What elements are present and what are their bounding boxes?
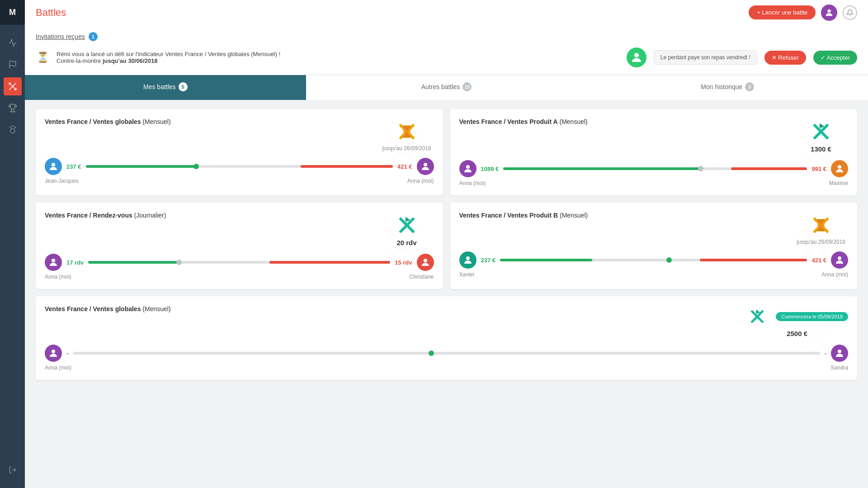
progress-bar-5	[73, 352, 820, 355]
tabs: Mes battles 5 Autres battles 10 Mon hist…	[25, 75, 868, 100]
battle-date-1: jusqu'au 26/09/2018	[382, 145, 431, 152]
accept-button[interactable]: ✓ Accepter	[813, 51, 857, 65]
battle-players-2: Anna (moi) Maxime	[459, 180, 849, 186]
invitation-row: ⏳ Rémi vous a lancé un défi sur l'indica…	[36, 47, 857, 67]
battle-players-4: Xavier Anna (moi)	[459, 271, 849, 278]
notifications-button[interactable]	[843, 5, 857, 20]
score-left-4: 237 €	[481, 257, 496, 264]
score-left-2: 1089 €	[481, 166, 499, 172]
invitations-title[interactable]: Invitations reçues	[36, 33, 85, 40]
svg-point-17	[424, 163, 427, 166]
battle-progress-4: 237 € 421 €	[459, 251, 849, 269]
svg-point-24	[466, 165, 470, 169]
logo[interactable]: M	[0, 0, 25, 25]
svg-rect-14	[403, 126, 411, 128]
sidebar-item-medal[interactable]	[4, 121, 22, 139]
main: Battles + Lancer une battle Invitations …	[25, 0, 868, 488]
invitation-wager: Le perdant paye son repas vendredi !	[654, 50, 757, 65]
progress-bar-3	[88, 261, 390, 264]
battle-progress-1: 237 € 421 €	[45, 158, 434, 175]
battle-title-3: Ventes France / Rendez-vous (Journalier)	[45, 212, 376, 219]
avatar-anna-5	[45, 345, 62, 362]
progress-bar-1	[86, 165, 393, 168]
svg-rect-50	[756, 314, 757, 320]
invitations-header: Invitations reçues 1	[36, 32, 857, 41]
battle-progress-2: 1089 € 991 €	[459, 160, 849, 177]
battle-score-2: 1300 €	[811, 145, 831, 153]
score-left-5: -	[66, 350, 68, 357]
progress-bar-2	[503, 167, 807, 170]
avatar-anna-4	[831, 251, 848, 269]
battle-card-1[interactable]: Ventes France / Ventes globales (Mensuel…	[36, 109, 443, 195]
svg-point-32	[52, 259, 55, 262]
sidebar-item-battle[interactable]	[4, 77, 22, 95]
battle-players-3: Anna (moi) Christiane	[45, 274, 434, 280]
avatar-anna-2	[459, 160, 476, 177]
invitations-section: Invitations reçues 1 ⏳ Rémi vous a lancé…	[25, 25, 868, 75]
avatar-anna-1	[417, 158, 434, 175]
svg-point-52	[838, 350, 841, 353]
progress-bar-4	[500, 259, 807, 261]
battle-score-5: 2500 €	[787, 330, 807, 337]
battle-card-4[interactable]: Ventes France / Ventes Produit B (Mensue…	[450, 203, 858, 289]
user-avatar[interactable]	[821, 5, 837, 21]
sidebar-item-trophy[interactable]	[4, 99, 22, 117]
battle-card-3[interactable]: Ventes France / Rendez-vous (Journalier)	[36, 203, 443, 289]
svg-point-6	[634, 53, 639, 57]
score-right-3: 15 rdv	[395, 259, 412, 266]
avatar-maxime-2	[831, 160, 848, 177]
tab-mes-battles[interactable]: Mes battles 5	[25, 75, 306, 100]
starting-badge-5: Commencera le 05/09/2018	[776, 312, 848, 321]
svg-rect-23	[819, 128, 821, 135]
score-left-3: 17 rdv	[66, 259, 84, 266]
score-right-5: -	[825, 350, 826, 357]
svg-rect-41	[817, 219, 825, 221]
invitation-sub: Contre-la-montre jusqu'au 30/06/2018	[57, 57, 157, 64]
battle-players-1: Jean-Jacques Anna (moi)	[45, 178, 434, 184]
sidebar-nav	[4, 34, 22, 461]
battle-title-4: Ventes France / Ventes Produit B (Mensue…	[459, 212, 791, 219]
svg-point-33	[424, 259, 427, 262]
refuse-button[interactable]: ✕ Refuser	[764, 51, 806, 65]
sidebar-item-flag[interactable]	[4, 56, 22, 74]
sidebar-bottom	[4, 461, 22, 488]
battle-score-3: 20 rdv	[396, 239, 416, 246]
tab-mon-historique-badge: 3	[745, 82, 754, 91]
tab-mon-historique[interactable]: Mon historique 3	[587, 75, 868, 100]
svg-rect-31	[405, 222, 406, 229]
avatar-sandra-5	[831, 345, 848, 362]
svg-point-43	[466, 256, 470, 260]
svg-point-16	[52, 163, 55, 166]
battle-card-5[interactable]: Ventes France / Ventes globales (Mensuel…	[36, 296, 857, 380]
tab-autres-battles[interactable]: Autres battles 10	[306, 75, 587, 100]
header: Battles + Lancer une battle	[25, 0, 868, 25]
invitation-text: Rémi vous a lancé un défi sur l'indicate…	[57, 51, 619, 64]
score-right-1: 421 €	[397, 163, 412, 170]
battle-title-2: Ventes France / Ventes Produit A (Mensue…	[459, 118, 791, 125]
score-left-1: 237 €	[66, 163, 81, 170]
svg-point-44	[838, 256, 841, 260]
content: Invitations reçues 1 ⏳ Rémi vous a lancé…	[25, 25, 868, 488]
score-right-2: 991 €	[811, 166, 826, 172]
score-right-4: 421 €	[811, 257, 826, 264]
launch-battle-button[interactable]: + Lancer une battle	[749, 5, 816, 19]
battle-icon-3	[393, 212, 420, 239]
svg-point-25	[838, 165, 841, 169]
avatar-christiane-3	[417, 254, 434, 271]
invitation-hourglass-icon: ⏳	[36, 52, 49, 63]
tab-autres-battles-badge: 10	[462, 82, 472, 91]
header-right: + Lancer une battle	[749, 5, 857, 21]
battle-icon-4	[807, 212, 835, 239]
svg-rect-15	[403, 136, 411, 138]
avatar-jean-1	[45, 158, 62, 175]
avatar-anna-3	[45, 254, 62, 271]
battle-progress-5: - -	[45, 345, 848, 362]
battle-date-4: jusqu'au 26/09/2018	[797, 239, 845, 245]
battle-title-5: Ventes France / Ventes globales (Mensuel…	[45, 305, 742, 313]
invitation-avatar	[627, 47, 646, 67]
logout-icon[interactable]	[4, 461, 22, 479]
sidebar-item-chart[interactable]	[4, 34, 22, 52]
battle-card-2[interactable]: Ventes France / Ventes Produit A (Mensue…	[450, 109, 858, 195]
battle-icon-5	[746, 305, 769, 328]
page-title: Battles	[36, 7, 66, 19]
